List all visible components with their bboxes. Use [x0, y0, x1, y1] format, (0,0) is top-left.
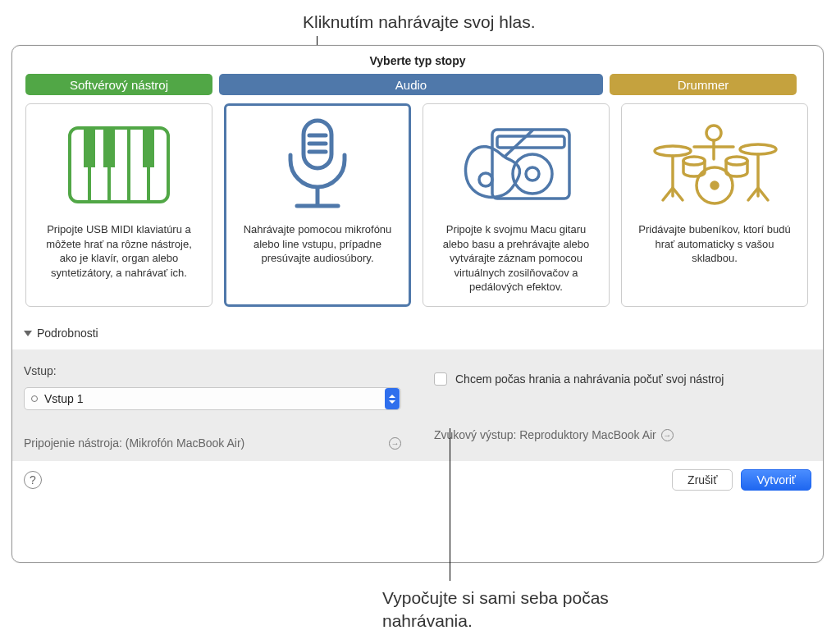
svg-rect-6 [103, 130, 115, 167]
microphone-icon [248, 116, 387, 214]
svg-rect-7 [143, 130, 154, 167]
details-left-col: Vstup: Vstup 1 Pripojenie nástroja: (Mik… [24, 364, 401, 450]
cancel-button[interactable]: Zrušiť [672, 469, 733, 491]
svg-rect-5 [84, 130, 95, 167]
svg-point-20 [706, 126, 721, 140]
input-select-value: Vstup 1 [44, 392, 384, 405]
arrow-right-circle-icon[interactable]: → [661, 429, 674, 441]
chevron-down-icon [24, 331, 32, 336]
new-track-panel: Vyberte typ stopy Softvérový nástroj Aud… [11, 45, 824, 563]
details-right-col: Chcem počas hrania a nahrávania počuť sv… [434, 364, 811, 450]
monitor-checkbox[interactable] [434, 372, 447, 386]
callout-top-text: Kliknutím nahrávajte svoj hlas. [303, 12, 582, 32]
create-button[interactable]: Vytvoriť [741, 469, 811, 491]
help-icon[interactable]: ? [24, 471, 42, 489]
stepper-icon[interactable] [385, 388, 400, 409]
tab-audio[interactable]: Audio [219, 74, 603, 95]
card-audio-mic[interactable]: Nahrávajte pomocou mikrofónu alebo line … [224, 103, 411, 307]
svg-point-28 [683, 157, 705, 165]
details-label: Podrobnosti [37, 327, 98, 340]
monitor-checkbox-label: Chcem počas hrania a nahrávania počuť sv… [455, 372, 724, 386]
track-cards: Pripojte USB MIDI klaviatúru a môžete hr… [12, 103, 823, 318]
guitar-amp-icon [446, 116, 586, 214]
card-mic-desc: Nahrávajte pomocou mikrofónu alebo line … [236, 222, 399, 266]
card-software-instrument[interactable]: Pripojte USB MIDI klaviatúru a môžete hr… [25, 103, 212, 307]
svg-point-18 [479, 173, 492, 186]
card-guitar-desc: Pripojte k svojmu Macu gitaru alebo basu… [435, 222, 597, 295]
input-led-icon [31, 395, 38, 402]
details-body: Vstup: Vstup 1 Pripojenie nástroja: (Mik… [12, 349, 823, 461]
callout-bottom-text: Vypočujte si sami seba počas nahrávania. [382, 587, 661, 633]
card-drummer-desc: Pridávajte bubeníkov, ktorí budú hrať au… [633, 222, 796, 266]
svg-point-29 [726, 157, 747, 165]
drummer-icon [645, 116, 784, 214]
card-drummer[interactable]: Pridávajte bubeníkov, ktorí budú hrať au… [621, 103, 808, 307]
connection-text: Pripojenie nástroja: (Mikrofón MacBook A… [24, 436, 244, 450]
output-text: Zvukový výstup: Reproduktory MacBook Air [434, 428, 656, 441]
svg-point-26 [740, 144, 776, 154]
tab-drummer[interactable]: Drummer [610, 74, 797, 95]
panel-title: Vyberte typ stopy [12, 46, 823, 74]
svg-point-31 [711, 182, 718, 189]
svg-rect-15 [497, 136, 564, 148]
svg-point-23 [655, 146, 691, 156]
details-toggle[interactable]: Podrobnosti [12, 318, 823, 349]
output-line: Zvukový výstup: Reproduktory MacBook Air… [434, 428, 811, 441]
monitor-checkbox-row: Chcem počas hrania a nahrávania počuť sv… [434, 372, 811, 386]
input-select[interactable]: Vstup 1 [24, 387, 401, 410]
arrow-right-circle-icon[interactable]: → [389, 437, 401, 450]
footer-buttons: Zrušiť Vytvoriť [672, 469, 811, 491]
svg-rect-14 [492, 130, 569, 199]
keyboard-icon [49, 116, 189, 214]
card-audio-guitar[interactable]: Pripojte k svojmu Macu gitaru alebo basu… [423, 103, 610, 307]
input-label: Vstup: [24, 364, 401, 377]
card-software-desc: Pripojte USB MIDI klaviatúru a môžete hr… [38, 222, 200, 280]
panel-footer: ? Zrušiť Vytvoriť [12, 461, 823, 500]
svg-point-17 [526, 167, 539, 180]
tab-software-instrument[interactable]: Softvérový nástroj [25, 74, 212, 95]
callout-bottom-line [450, 428, 450, 581]
connection-line: Pripojenie nástroja: (Mikrofón MacBook A… [24, 436, 401, 450]
category-tabs: Softvérový nástroj Audio Drummer [12, 74, 823, 103]
